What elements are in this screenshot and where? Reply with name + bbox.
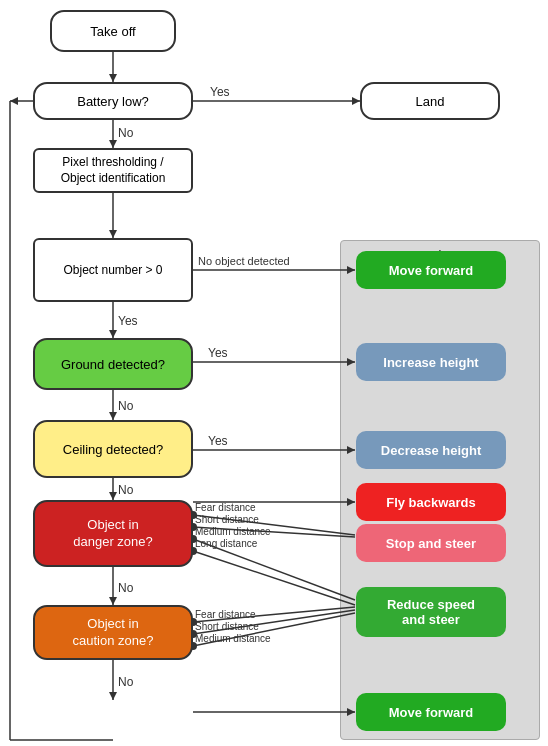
svg-text:Medium distance: Medium distance [195, 526, 271, 537]
svg-line-45 [193, 607, 355, 622]
svg-line-51 [193, 613, 355, 646]
svg-text:Yes: Yes [118, 314, 138, 328]
takeoff-node: Take off [50, 10, 176, 52]
pixel-node: Pixel thresholding / Object identificati… [33, 148, 193, 193]
land-node: Land [360, 82, 500, 120]
svg-marker-9 [109, 230, 117, 238]
svg-marker-55 [109, 692, 117, 700]
svg-line-30 [193, 515, 355, 535]
increase-height-btn[interactable]: Increase height [356, 343, 506, 381]
reduce-speed-btn[interactable]: Reduce speed and steer [356, 587, 506, 637]
svg-text:Short distance: Short distance [195, 514, 259, 525]
svg-marker-14 [109, 330, 117, 338]
svg-marker-62 [10, 97, 18, 105]
battery-node: Battery low? [33, 82, 193, 120]
svg-marker-26 [109, 492, 117, 500]
svg-text:Short distance: Short distance [195, 621, 259, 632]
svg-text:Long distance: Long distance [195, 538, 258, 549]
svg-text:No: No [118, 581, 134, 595]
svg-line-36 [193, 539, 355, 600]
svg-text:No: No [118, 126, 134, 140]
svg-marker-3 [109, 140, 117, 148]
move-forward-2-btn[interactable]: Move forward [356, 693, 506, 731]
object-number-node: Object number > 0 [33, 238, 193, 302]
decrease-height-btn[interactable]: Decrease height [356, 431, 506, 469]
ceiling-node: Ceiling detected? [33, 420, 193, 478]
danger-node: Object in danger zone? [33, 500, 193, 567]
svg-text:Yes: Yes [208, 434, 228, 448]
svg-marker-1 [109, 74, 117, 82]
flowchart: Actions No Yes No object detected Yes Ye… [0, 0, 548, 746]
svg-marker-43 [109, 597, 117, 605]
svg-text:Yes: Yes [208, 346, 228, 360]
svg-marker-20 [109, 412, 117, 420]
svg-text:No: No [118, 483, 134, 497]
svg-marker-6 [352, 97, 360, 105]
svg-line-48 [193, 610, 355, 634]
svg-text:No: No [118, 675, 134, 689]
svg-text:No: No [118, 399, 134, 413]
fly-backwards-btn[interactable]: Fly backwards [356, 483, 506, 521]
svg-text:Fear distance: Fear distance [195, 502, 256, 513]
caution-node: Object in caution zone? [33, 605, 193, 660]
svg-text:No object detected: No object detected [198, 255, 290, 267]
svg-text:Medium distance: Medium distance [195, 633, 271, 644]
svg-text:Yes: Yes [210, 85, 230, 99]
svg-text:Fear distance: Fear distance [195, 609, 256, 620]
move-forward-1-btn[interactable]: Move forward [356, 251, 506, 289]
svg-line-39 [193, 551, 355, 605]
svg-line-33 [193, 527, 355, 537]
ground-node: Ground detected? [33, 338, 193, 390]
stop-and-steer-btn[interactable]: Stop and steer [356, 524, 506, 562]
